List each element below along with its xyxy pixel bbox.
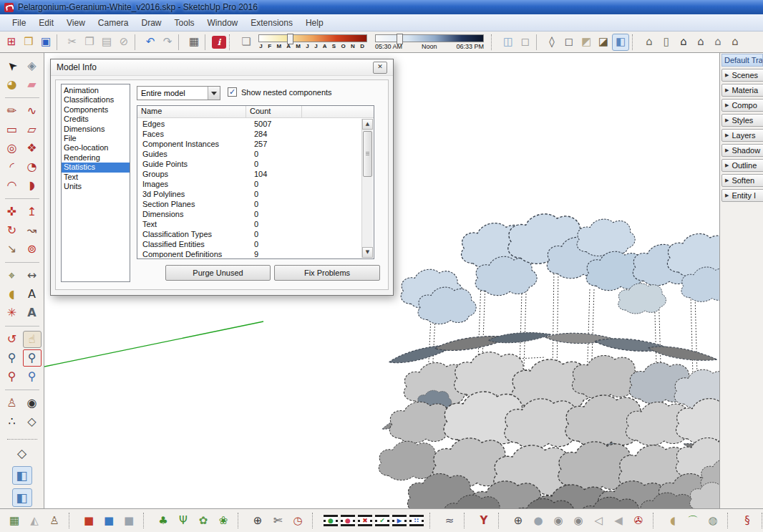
presentation-tool-icon[interactable]: Y [475, 512, 492, 529]
undo-icon[interactable]: ↶ [142, 34, 159, 51]
time-slider-handle[interactable] [397, 34, 403, 44]
arc-tool-icon[interactable]: ◜ [3, 158, 21, 175]
tape-measure-icon[interactable]: ⌖ [3, 267, 21, 284]
scroll-thumb[interactable] [363, 131, 372, 177]
camera-sphere-icon[interactable]: ● [530, 512, 547, 529]
dialog-category-components[interactable]: Components [62, 105, 130, 115]
film-delete-icon[interactable]: ✖ [358, 515, 372, 526]
dialog-category-credits[interactable]: Credits [62, 115, 130, 124]
date-slider-bar[interactable] [258, 34, 367, 42]
left-view-icon[interactable]: ⌂ [726, 34, 744, 51]
path-ball-icon[interactable]: ⌒ [684, 512, 701, 529]
cut-icon[interactable]: ✂ [64, 34, 81, 51]
scale-tool-icon[interactable]: ↘ [3, 241, 21, 258]
shadows-toggle-icon[interactable]: ❏ [238, 34, 255, 51]
select-tool-icon[interactable]: ➤ [0, 53, 24, 78]
stats-row[interactable]: Dimensions0 [138, 209, 361, 219]
axes-tool-icon[interactable]: ✳ [3, 304, 21, 321]
header-name[interactable]: Name [137, 106, 246, 117]
film-export-icon[interactable]: ∷ [409, 515, 424, 526]
orbit-tool-icon[interactable]: ↺ [3, 331, 21, 348]
shadow-time-slider[interactable]: 05:30 AM Noon 06:33 PM [375, 34, 484, 50]
zoom-window-icon[interactable]: ⚲ [23, 349, 42, 367]
section-plane-icon[interactable]: ◇ [12, 444, 32, 463]
add-location-icon[interactable]: ▦ [6, 512, 23, 529]
dialog-category-dimensions[interactable]: Dimensions [62, 125, 130, 134]
dialog-category-classifications[interactable]: Classifications [62, 95, 130, 105]
text-tool-icon[interactable]: A [23, 286, 42, 303]
model-info-dialog[interactable]: Model Info ✕ AnimationClassificationsCom… [50, 59, 394, 296]
menu-help[interactable]: Help [299, 16, 330, 29]
tray-section-materia[interactable]: ▶Materia [721, 84, 763, 97]
camera-pair2-icon[interactable]: ◉ [570, 512, 587, 529]
back-edges-icon[interactable]: ◻ [517, 34, 534, 51]
xray-mode-icon[interactable]: ◫ [500, 34, 517, 51]
frustum-icon[interactable]: ◁ [590, 512, 607, 529]
save-icon[interactable]: ▣ [37, 34, 54, 51]
shadow-date-slider[interactable]: J F M A M J J A S O N D [258, 34, 367, 49]
grass-icon[interactable]: Ψ [175, 512, 192, 529]
tray-section-entity-i[interactable]: ▶Entity I [721, 189, 763, 202]
menu-tools[interactable]: Tools [168, 16, 201, 29]
tray-section-layers[interactable]: ▶Layers [721, 129, 763, 142]
paint-bucket-icon[interactable]: ◕ [3, 76, 21, 93]
stats-row[interactable]: Images0 [138, 179, 361, 189]
shaded-textures-icon[interactable]: ◪ [595, 34, 612, 51]
camera-pair-icon[interactable]: ◉ [550, 512, 567, 529]
stats-row[interactable]: Classification Types0 [138, 229, 361, 239]
menu-view[interactable]: View [60, 16, 92, 29]
film-keyframe-green-icon[interactable]: ● [324, 515, 338, 526]
smooth-curves-icon[interactable]: ≈ [441, 512, 458, 529]
rectangle-tool-icon[interactable]: ▭ [3, 121, 21, 138]
geodesic-icon[interactable]: ◍ [704, 512, 721, 529]
move-tool-icon[interactable]: ✜ [3, 203, 21, 221]
dimension-tool-icon[interactable]: ↔ [23, 267, 42, 284]
dialog-titlebar[interactable]: Model Info ✕ [51, 59, 393, 76]
north-scissors-icon[interactable]: ✄ [269, 512, 286, 529]
scroll-up-icon[interactable]: ▲ [362, 119, 373, 130]
monochrome-icon[interactable]: ◧ [612, 34, 629, 51]
tray-section-outline[interactable]: ▶Outline [721, 159, 763, 172]
look-around-icon[interactable]: ◉ [23, 395, 42, 412]
tray-section-soften[interactable]: ▶Soften [721, 174, 763, 187]
eraser-icon[interactable]: ▰ [23, 76, 42, 93]
position-camera-icon[interactable]: ♙ [3, 395, 21, 412]
pan-tool-icon[interactable]: ☝ [23, 331, 42, 348]
redo-icon[interactable]: ↷ [159, 34, 176, 51]
dropdown-arrow-icon[interactable] [208, 87, 220, 100]
top-view-icon[interactable]: ▯ [658, 34, 675, 51]
spring-icon[interactable]: § [739, 512, 756, 529]
table-scrollbar[interactable]: ▲ ▼ [361, 119, 373, 258]
wireframe-icon[interactable]: ◊ [543, 34, 560, 51]
print-icon[interactable]: ▦ [185, 34, 203, 51]
arc-3pt-tool-icon[interactable]: ◠ [3, 177, 21, 194]
solid-gray-cube-icon[interactable]: ■ [120, 512, 137, 529]
iso-view-icon[interactable]: ⌂ [641, 34, 658, 51]
stats-row[interactable]: Component Instances257 [138, 139, 361, 149]
nested-components-option[interactable]: ✓ Show nested components [228, 87, 332, 97]
stats-row[interactable]: Component Definitions9 [138, 249, 361, 258]
protractor-tool-icon[interactable]: ◖ [3, 286, 21, 303]
right-view-icon[interactable]: ⌂ [692, 34, 709, 51]
tray-header[interactable]: Default Tra [721, 54, 763, 67]
stats-row[interactable]: Groups104 [138, 169, 361, 179]
film-reel-icon[interactable]: ✇ [630, 512, 647, 529]
window-titlebar[interactable]: Pelargonium-Geranium-White_v2016.skp - S… [0, 0, 763, 14]
dialog-category-animation[interactable]: Animation [62, 86, 130, 95]
walk-tool-icon[interactable]: ∴ [3, 413, 21, 430]
3d-text-tool-icon[interactable]: A [23, 304, 42, 321]
stats-row[interactable]: 3d Polylines0 [138, 189, 361, 199]
front-view-icon[interactable]: ⌂ [675, 34, 692, 51]
film-confirm-icon[interactable]: ✔ [375, 515, 389, 526]
stats-row[interactable]: Faces284 [138, 129, 361, 139]
stats-row[interactable]: Text0 [138, 219, 361, 229]
rotate-tool-icon[interactable]: ↻ [3, 222, 21, 239]
dialog-category-rendering[interactable]: Rendering [62, 153, 130, 163]
tray-section-styles[interactable]: ▶Styles [721, 114, 763, 127]
date-slider-handle[interactable] [287, 34, 293, 44]
toggle-terrain-icon[interactable]: ◭ [26, 512, 43, 529]
menu-draw[interactable]: Draw [135, 16, 168, 29]
dialog-category-file[interactable]: File [62, 134, 130, 143]
add-building-icon[interactable]: ♙ [46, 512, 63, 529]
nested-components-checkbox[interactable]: ✓ [228, 87, 237, 97]
